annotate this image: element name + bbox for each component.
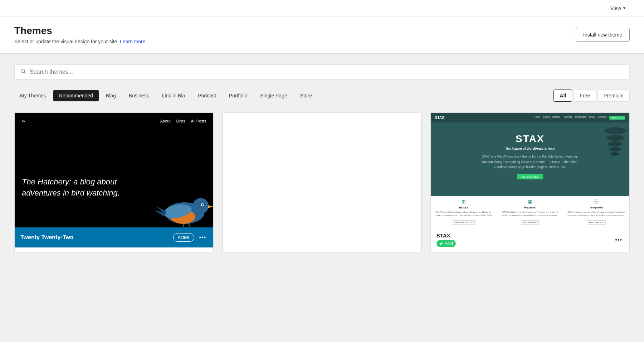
tti-tagline: The Hatchery: a blog about adventures in…: [22, 177, 129, 199]
chevron-down-icon: ▼: [623, 6, 626, 10]
tab-podcast[interactable]: Podcast: [192, 90, 222, 101]
svg-point-3: [193, 198, 209, 214]
themes-grid: ∞ About Birds All Posts The Hatchery: a …: [14, 112, 630, 252]
search-bar-container: [14, 64, 630, 80]
tti-content: The Hatchery: a blog about adventures in…: [15, 169, 136, 206]
tti-nav: ∞ About Birds All Posts: [15, 119, 213, 124]
tab-link-in-bio[interactable]: Link in Bio: [156, 90, 191, 101]
tab-business[interactable]: Business: [123, 90, 155, 101]
stax-templates-desc: STAX features a variety of useful page t…: [566, 211, 627, 217]
stax-templates-title: Templates: [566, 206, 627, 209]
svg-marker-6: [208, 205, 213, 208]
tab-store[interactable]: Store: [294, 90, 318, 101]
stax-blocks-title: Blocks: [433, 206, 494, 209]
theme-name: Twenty Twenty-Two: [20, 234, 73, 241]
tab-recommended[interactable]: Recommended: [53, 90, 99, 101]
stax-blocks-desc: The Organic Blocks plugin includes 25 pr…: [433, 211, 494, 217]
stax-hero-desc: STAX is a WordPress block theme for the …: [480, 154, 580, 169]
filter-all-button[interactable]: All: [553, 90, 572, 102]
theme-preview-blank-canvas[interactable]: [223, 113, 421, 252]
theme-preview-twenty-twenty-two[interactable]: ∞ About Birds All Posts The Hatchery: a …: [15, 113, 213, 227]
search-icon: [20, 68, 26, 76]
filter-premium-button[interactable]: Premium: [597, 90, 630, 102]
stax-buy-stax-button[interactable]: Buy STAX: [609, 116, 625, 120]
view-label: View: [610, 5, 621, 11]
stax-stones-decoration: [604, 124, 626, 156]
stax-hero-subtitle: The Future of WordPress is Here: [438, 146, 622, 151]
install-new-theme-button[interactable]: Install new theme: [576, 28, 630, 42]
view-templates-button[interactable]: VIEW TEMPLATES: [587, 220, 606, 225]
theme-footer-left: Twenty Twenty-Two: [20, 234, 73, 241]
theme-footer-actions: •••: [614, 235, 624, 245]
stax-logo: STAX: [435, 116, 444, 120]
main-content: My Themes Recommended Blog Business Link…: [0, 54, 644, 263]
stax-feature-templates: ☰ Templates STAX features a variety of u…: [564, 196, 629, 227]
theme-footer-left: STAX ★ Paid: [436, 232, 456, 247]
stax-patterns-desc: STAX includes a variety of patterns. A p…: [499, 211, 561, 217]
stax-features: ⊞ Blocks The Organic Blocks plugin inclu…: [431, 196, 629, 227]
svg-point-8: [202, 204, 204, 206]
tti-links: About Birds All Posts: [160, 119, 206, 123]
blocks-icon: ⊞: [433, 199, 494, 204]
stax-hero: STAX The Future of WordPress is Here STA…: [431, 122, 629, 187]
search-input[interactable]: [30, 69, 624, 75]
search-bar-wrapper: [14, 64, 630, 80]
tab-single-page[interactable]: Single Page: [254, 90, 293, 101]
theme-card-stax: STAX Home About Blocks Patterns Template…: [430, 112, 630, 252]
theme-footer-stax: STAX ★ Paid •••: [431, 227, 629, 252]
theme-card-blank-canvas: Blank Canvas Free •••: [222, 112, 421, 252]
stax-feature-patterns: ▦ Patterns STAX includes a variety of pa…: [497, 196, 563, 227]
stax-nav-links: Home About Blocks Patterns Templates Sho…: [533, 116, 625, 120]
view-patterns-button[interactable]: VIEW PATTERNS: [521, 220, 539, 225]
page-subtitle: Select or update the visual design for y…: [14, 39, 147, 44]
stax-hero-title: STAX: [438, 133, 622, 145]
theme-preview-stax[interactable]: STAX Home About Blocks Patterns Template…: [431, 113, 629, 227]
theme-footer-actions: Active •••: [173, 233, 208, 242]
theme-footer-twenty-twenty-two: Twenty Twenty-Two Active •••: [15, 227, 213, 247]
tab-blog[interactable]: Blog: [100, 90, 122, 101]
patterns-icon: ▦: [499, 199, 561, 204]
tab-portfolio[interactable]: Portfolio: [223, 90, 253, 101]
page-title: Themes: [14, 25, 147, 37]
stax-patterns-title: Patterns: [499, 206, 561, 209]
tti-logo: ∞: [22, 119, 25, 124]
learn-more-link[interactable]: Learn more: [120, 39, 146, 44]
svg-line-1: [24, 72, 26, 74]
stax-nav: STAX Home About Blocks Patterns Template…: [431, 113, 629, 122]
stax-feature-blocks: ⊞ Blocks The Organic Blocks plugin inclu…: [431, 196, 497, 227]
view-button[interactable]: View ▼: [607, 3, 630, 13]
theme-card-twenty-twenty-two: ∞ About Birds All Posts The Hatchery: a …: [14, 112, 214, 252]
templates-icon: ☰: [566, 199, 627, 204]
svg-line-12: [188, 223, 190, 227]
page-header-left: Themes Select or update the visual desig…: [14, 25, 147, 44]
theme-name: STAX: [436, 232, 456, 239]
theme-price-paid: ★ Paid: [436, 240, 456, 247]
more-options-button[interactable]: •••: [198, 233, 208, 242]
tab-my-themes[interactable]: My Themes: [14, 90, 52, 101]
top-bar: View ▼: [0, 0, 644, 16]
active-badge[interactable]: Active: [173, 233, 194, 242]
tti-bird-illustration: [149, 184, 213, 227]
stax-get-started-button[interactable]: GET STARTED: [517, 174, 543, 179]
page-header: Themes Select or update the visual desig…: [0, 16, 644, 53]
tabs-row: My Themes Recommended Blog Business Link…: [14, 90, 630, 102]
theme-footer-blank-canvas: Blank Canvas Free •••: [223, 252, 421, 252]
filter-free-button[interactable]: Free: [574, 90, 596, 102]
filter-group: All Free Premium: [553, 90, 630, 102]
more-options-button[interactable]: •••: [614, 235, 624, 245]
learn-about-blocks-button[interactable]: LEARN ABOUT BLOCKS: [452, 220, 476, 225]
